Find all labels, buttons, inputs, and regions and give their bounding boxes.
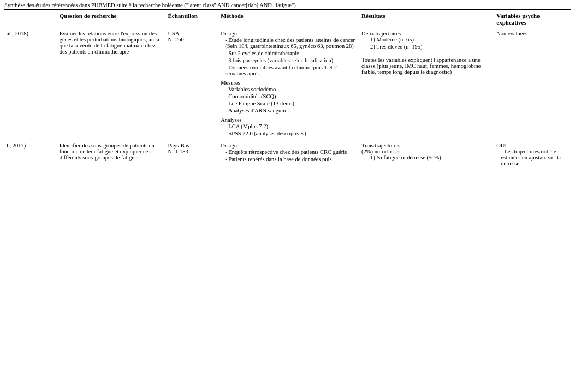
cell-resultats-1: Deux trajectoires Modérée (n=65) Très él…	[359, 28, 494, 140]
cell-echantillon-1: USAN=260	[166, 28, 219, 140]
list-item: Modérée (n=65)	[370, 37, 492, 43]
cell-methode-2: Design Enquête rétrospective chez des pa…	[218, 140, 359, 170]
list-item: Analyses d'ARN sanguin	[225, 108, 357, 114]
list-item: Comorbidités (SCQ)	[225, 93, 357, 99]
col-header-variables: Variables psychoexplicatives	[494, 10, 571, 28]
resultats2-traj-label: Trois trajectoires(2%) non classés	[361, 142, 400, 155]
methode-mesures-list: Variables sociodémo Comorbidités (SCQ) L…	[221, 86, 357, 114]
header-text: Synthèse des études référencées dans PUB…	[4, 2, 296, 8]
list-item: Ni fatigue ni détresse (56%)	[370, 155, 492, 161]
list-item: Patients repérés dans la base de données…	[225, 156, 357, 162]
methode-design-list: Étude longitudinale chez des patients at…	[221, 37, 357, 76]
cell-echantillon-2: Pays-BasN=1 183	[166, 140, 219, 170]
list-item: Lee Fatigue Scale (13 items)	[225, 100, 357, 106]
col-header-resultats: Résultats	[359, 10, 494, 28]
list-item: Variables sociodémo	[225, 86, 357, 92]
list-item: LCA (Mplus 7.2)	[225, 123, 357, 129]
cell-resultats-2: Trois trajectoires(2%) non classés Ni fa…	[359, 140, 494, 170]
main-table: Question de recherche Échantillon Méthod…	[4, 10, 571, 170]
cell-question-2: Identifier des sous-groupes de patients …	[57, 140, 166, 170]
methode-analyses-label: Analyses	[221, 117, 357, 123]
cell-author-2: l., 2017)	[4, 140, 57, 170]
col-header-echantillon: Échantillon	[166, 10, 219, 28]
page-header: Synthèse des études référencées dans PUB…	[4, 0, 571, 10]
col-header-author	[4, 10, 57, 28]
list-item: Sur 2 cycles de chimiothérapie	[225, 50, 357, 56]
cell-variables-2: OUI Les trajectoires ont été estimées en…	[494, 140, 571, 170]
col-header-question: Question de recherche	[57, 10, 166, 28]
list-item: Très élevée (n=195)	[370, 44, 492, 50]
list-item: Enquête rétrospective chez des patients …	[225, 149, 357, 155]
cell-variables-1: Non évaluées	[494, 28, 571, 140]
list-item: 3 fois par cycles (variables selon local…	[225, 57, 357, 63]
methode-analyses-list: LCA (Mplus 7.2) SPSS 22.0 (analyses desc…	[221, 123, 357, 136]
resultats2-traj-list: Ni fatigue ni détresse (56%)	[361, 155, 492, 161]
variables2-list: Les trajectoires ont été estimées en aju…	[496, 149, 568, 167]
resultats-traj-label: Deux trajectoires	[361, 31, 401, 37]
list-item: Les trajectoires ont été estimées en aju…	[501, 149, 568, 167]
cell-question-1: Évaluer les relations entre l'expression…	[57, 28, 166, 140]
cell-methode-1: Design Étude longitudinale chez des pati…	[218, 28, 359, 140]
col-header-methode: Méthode	[218, 10, 359, 28]
table-row: l., 2017) Identifier des sous-groupes de…	[4, 140, 571, 170]
methode-mesures-label: Mesures	[221, 80, 357, 86]
table-row: al., 2018) Évaluer les relations entre l…	[4, 28, 571, 140]
page-container: Synthèse des études référencées dans PUB…	[0, 0, 575, 170]
list-item: Données recueillies avant la chimio, pui…	[225, 64, 357, 76]
resultats-variables-text: Toutes les variables expliquent l'appart…	[361, 57, 481, 75]
table-header-row: Question de recherche Échantillon Méthod…	[4, 10, 571, 28]
methode2-design-label: Design	[221, 142, 357, 149]
list-item: SPSS 22.0 (analyses descriptives)	[225, 130, 357, 136]
resultats-traj-list: Modérée (n=65) Très élevée (n=195)	[361, 37, 492, 50]
cell-author-1: al., 2018)	[4, 28, 57, 140]
methode-design-label: Design	[221, 31, 357, 37]
list-item: Étude longitudinale chez des patients at…	[225, 37, 357, 49]
methode2-design-list: Enquête rétrospective chez des patients …	[221, 149, 357, 162]
